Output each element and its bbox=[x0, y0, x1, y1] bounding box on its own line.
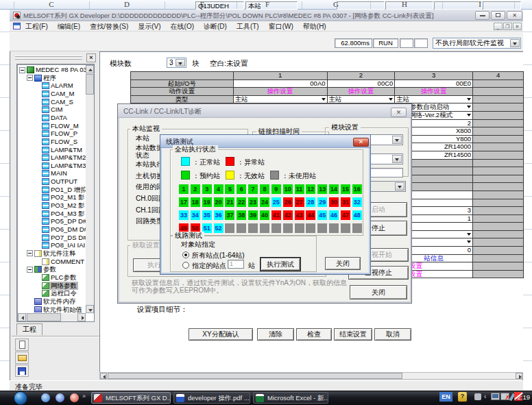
table-cell[interactable] bbox=[473, 151, 524, 160]
tree-item-label[interactable]: 远程口令 bbox=[49, 289, 78, 297]
table-cell[interactable] bbox=[473, 262, 524, 271]
tree-item[interactable]: PLC参数 bbox=[18, 273, 86, 282]
tree-item[interactable]: LAMP&TM2 bbox=[18, 154, 86, 162]
tree-item-label[interactable]: CAM_M bbox=[49, 90, 75, 98]
start-button[interactable] bbox=[14, 391, 27, 405]
dialog-close-icon[interactable]: ✕ bbox=[391, 108, 407, 117]
table-cell[interactable] bbox=[473, 215, 524, 223]
panel-close-icon[interactable]: × bbox=[86, 53, 96, 62]
dialog-close-icon[interactable]: ✕ bbox=[353, 138, 369, 147]
quicklaunch-media-icon[interactable] bbox=[70, 393, 79, 402]
menu-工具T[interactable]: 工具(T) bbox=[232, 22, 264, 31]
tree-item-label[interactable]: PO3_M2 影 bbox=[49, 201, 86, 210]
menu-诊断D[interactable]: 诊断(D) bbox=[199, 22, 232, 31]
tree-item-label[interactable]: PO5_DP D# bbox=[49, 217, 86, 225]
tree-item[interactable]: CAM_M bbox=[18, 90, 86, 98]
menu-显示V[interactable]: 显示(V) bbox=[133, 22, 165, 31]
tree-item[interactable]: 软元件初始值 bbox=[18, 306, 86, 313]
dialog-title-bar[interactable]: CC-Link / CC-Link/LT诊断 bbox=[118, 104, 411, 118]
tree-item-label[interactable]: COMMENT bbox=[49, 258, 86, 266]
button-结束设置[interactable]: 结束设置 bbox=[334, 328, 372, 341]
table-cell[interactable]: 00A0 bbox=[234, 80, 328, 88]
module-count-select[interactable]: 3 bbox=[167, 58, 186, 68]
tree-item[interactable]: ALARM bbox=[18, 82, 86, 90]
tree-item-label[interactable]: DATA bbox=[49, 114, 69, 122]
table-cell[interactable] bbox=[473, 199, 524, 208]
task-melsoft[interactable]: MELSOFT系列 GX D... bbox=[91, 392, 171, 404]
tree-item[interactable]: PO1_D 增拟 bbox=[18, 186, 86, 194]
quicklaunch-browser-icon[interactable] bbox=[41, 393, 50, 402]
tree-item-label[interactable]: 参数 bbox=[42, 265, 58, 273]
table-cell[interactable] bbox=[473, 96, 524, 104]
table-cell[interactable] bbox=[473, 183, 524, 191]
button-取消[interactable]: 取消 bbox=[374, 328, 411, 341]
tree-item[interactable]: PO5_DP D# bbox=[18, 217, 86, 225]
button-XY分配确认[interactable]: XY分配确认 bbox=[189, 328, 253, 341]
tree-item-label[interactable]: FLOW_S bbox=[49, 138, 79, 146]
menu-工程F[interactable]: 工程(F) bbox=[21, 22, 53, 31]
chevron-down-icon[interactable] bbox=[510, 39, 520, 47]
tree-item-label[interactable]: 网络参数 bbox=[49, 282, 78, 290]
tree-item-label[interactable]: FLOW_P bbox=[49, 130, 79, 138]
tray-gear-icon[interactable] bbox=[474, 393, 481, 400]
table-cell[interactable] bbox=[473, 207, 524, 215]
tree-expander-icon[interactable] bbox=[27, 75, 33, 81]
table-cell[interactable] bbox=[473, 247, 524, 255]
tree-item[interactable]: PO4_M3 影 bbox=[18, 210, 86, 218]
tray-display-icon[interactable] bbox=[491, 393, 500, 400]
tree-item-label[interactable]: LAMP&TM bbox=[49, 146, 84, 154]
mdi-minimize-button[interactable]: _ bbox=[494, 23, 503, 30]
tree-item-label[interactable]: 软元件内存 bbox=[42, 297, 77, 306]
panel-grip[interactable] bbox=[15, 56, 82, 57]
tree-item-label[interactable]: PO8_IAI IAI bbox=[49, 241, 86, 249]
tree-item[interactable]: PO3_M2 影 bbox=[18, 201, 86, 210]
table-cell[interactable]: 操作设置 bbox=[395, 88, 473, 96]
tree-item[interactable]: CAM_S bbox=[18, 98, 86, 106]
menu-查找/替换S[interactable]: 查找/替换(S) bbox=[85, 22, 133, 31]
dialog-close-button[interactable]: 关闭 bbox=[350, 285, 407, 299]
table-cell[interactable] bbox=[473, 191, 524, 199]
tree-item-label[interactable]: FLOW_M bbox=[49, 122, 80, 130]
tree-item[interactable]: 软元件内存 bbox=[18, 297, 86, 306]
tree-item-label[interactable]: PO7_DS D# bbox=[49, 234, 86, 242]
quicklaunch-overflow-icon[interactable]: » bbox=[82, 393, 86, 400]
table-cell[interactable]: 操作设置 bbox=[234, 88, 328, 96]
tray-network-icon[interactable]: ✗ bbox=[500, 393, 509, 400]
table-cell[interactable]: 2 bbox=[328, 72, 396, 80]
table-cell[interactable]: 主站 bbox=[234, 96, 328, 104]
tray-collapse-icon[interactable]: ‹ bbox=[484, 393, 486, 400]
tree-item[interactable]: 软元件注释 bbox=[18, 249, 86, 258]
tree-item-label[interactable]: LAMP&TM3 bbox=[49, 162, 86, 170]
table-cell[interactable]: 主站 bbox=[395, 96, 473, 104]
tree-hscrollbar[interactable] bbox=[18, 313, 86, 321]
table-cell[interactable] bbox=[473, 127, 524, 136]
tree-item[interactable]: MAIN bbox=[18, 169, 86, 177]
tree-expander-icon[interactable] bbox=[19, 67, 25, 73]
table-cell[interactable]: 主站 bbox=[328, 96, 396, 104]
task-excel[interactable]: Microsoft Excel - 新... bbox=[253, 392, 328, 404]
menu-编辑E[interactable]: 编辑(E) bbox=[53, 22, 85, 31]
table-cell[interactable] bbox=[473, 120, 524, 128]
tree-item-label[interactable]: 软元件注释 bbox=[42, 249, 77, 258]
table-cell[interactable]: 1 bbox=[234, 72, 328, 80]
tree-item[interactable]: OUTPUT bbox=[18, 177, 86, 186]
new-project-button[interactable] bbox=[15, 339, 29, 351]
line-test-close-button[interactable]: 关闭 bbox=[325, 257, 361, 270]
open-project-button[interactable] bbox=[15, 352, 29, 364]
tree-item[interactable]: DATA bbox=[18, 114, 86, 122]
radio-all-stations[interactable] bbox=[182, 251, 189, 258]
tree-item-label[interactable]: CAM_S bbox=[49, 98, 75, 106]
tree-item[interactable]: 网络参数 bbox=[18, 282, 86, 290]
close-button[interactable]: ✕ bbox=[507, 11, 522, 20]
mdi-restore-button[interactable]: ❐ bbox=[503, 23, 512, 30]
menu-窗口W[interactable]: 窗口(W) bbox=[264, 22, 298, 31]
tree-item[interactable]: FLOW_S bbox=[18, 138, 86, 146]
tree-item-label[interactable]: PO4_M3 影 bbox=[49, 210, 86, 218]
button-清除[interactable]: 清除 bbox=[257, 328, 294, 341]
table-cell[interactable]: 00C0 bbox=[328, 80, 396, 88]
tree-vscrollbar[interactable] bbox=[86, 65, 94, 313]
main-hscrollbar[interactable] bbox=[99, 372, 523, 380]
tree-item[interactable]: PO8_IAI IAI bbox=[18, 241, 86, 249]
tree-item[interactable]: 参数 bbox=[18, 265, 86, 273]
station-number-input[interactable]: 1 bbox=[228, 260, 244, 269]
